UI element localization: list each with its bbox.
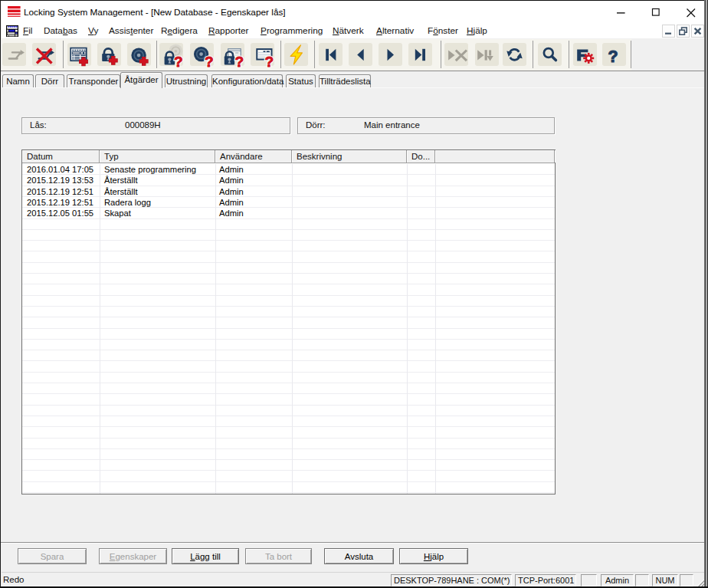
svg-text:?: ? [174,54,183,70]
svg-text:?: ? [264,54,274,70]
svg-text:?: ? [235,54,244,70]
svg-text:?: ? [205,54,214,70]
svg-text:?: ? [608,48,618,66]
